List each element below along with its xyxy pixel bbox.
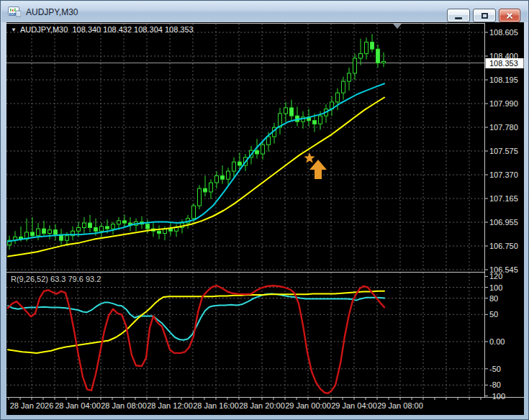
candle-body-bull [192,206,196,219]
candle-body-bull [112,224,115,229]
candle-body-bull [319,116,322,124]
candle-body-bear [146,224,150,229]
chart-window: AUDJPY,M30 108.605108.400108.195107.9901… [0,0,529,420]
candle-body-bull [261,145,265,154]
candle-body-bear [54,230,58,234]
candle-body-bear [31,232,35,236]
candle-body-bull [382,61,386,63]
indicator-axis-label: 0.00 [489,337,505,346]
time-axis-label: 29 Jan 04:00 [331,401,377,410]
price-axis-label: 106.955 [489,218,518,227]
price-axis-label: 107.165 [489,194,518,203]
restore-icon [481,13,488,19]
time-axis-label: 28 Jan 16:00 [193,401,239,410]
current-price-label: 108.353 [489,59,518,68]
chart-icon [8,6,21,17]
candle-body-bull [227,171,230,179]
time-axis-label: 28 Jan 20:00 [239,401,285,410]
indicator-axis-label: 120 [489,272,502,280]
indicator-red-line [8,286,384,393]
close-icon [505,12,514,20]
up-arrow-icon [309,160,327,179]
candle-body-bear [371,42,374,50]
candle-body-bull [198,188,202,206]
star-icon [304,152,315,163]
indicator-axis-label: -80 [489,380,501,389]
time-axis-label: 29 Jan 00:00 [285,401,331,410]
candle-body-bull [336,93,340,102]
candle-body-bear [204,188,207,192]
close-button[interactable] [499,9,520,22]
candle-body-bear [290,108,294,116]
price-axis-label: 108.605 [489,28,518,37]
candle-body-bear [376,49,380,63]
candle-body-bear [221,175,225,179]
price-axis-label: 107.575 [489,147,518,155]
chart-area[interactable]: 108.605108.400108.195107.990107.780107.5… [6,22,524,415]
candle-body-bear [158,231,161,233]
candle-body-bull [65,236,69,240]
candle-body-bull [37,229,40,236]
candle-body-bull [353,58,357,73]
title-bar[interactable]: AUDJPY,M30 [1,1,528,22]
candle-body-bull [365,42,369,54]
chart-canvas[interactable]: 108.605108.400108.195107.990107.780107.5… [6,22,524,415]
window-title: AUDJPY,M30 [26,7,78,17]
candle-body-bull [209,183,213,192]
candle-body-bull [48,230,52,234]
price-axis-label: 107.370 [489,170,518,179]
window-controls [447,9,520,22]
candle-body-bull [117,221,121,224]
price-axis-label: 107.990 [489,99,518,108]
minimize-icon [455,17,462,19]
price-axis-label: 107.780 [489,123,518,132]
candle-body-bull [232,162,236,171]
indicator-axis-label: 50 [489,310,498,319]
candle-body-bear [42,229,46,233]
candle-body-bull [359,54,363,58]
time-axis-label: 28 Jan 08:00 [101,401,147,410]
candle-body-bull [342,81,345,93]
ma-fast-line [8,83,384,241]
candle-body-bear [123,221,127,223]
indicator-cyan-line [8,294,384,340]
candle-body-bull [348,73,351,81]
candle-body-bear [94,228,98,232]
candle-body-bull [100,227,104,231]
candle-body-bear [169,229,173,231]
indicator-axis-label: -50 [489,365,501,373]
price-axis-label: 106.750 [489,242,518,250]
minimize-button[interactable] [447,9,470,22]
time-axis-label: 28 Jan 12:00 [147,401,193,410]
time-axis-label: 28 Jan 04:00 [55,401,101,410]
candle-body-bear [256,150,259,154]
candle-body-bear [106,227,109,229]
candle-body-bull [77,228,81,232]
ma-slow-line [8,98,384,257]
candle-body-bull [215,175,219,183]
candle-body-bear [313,121,317,124]
candle-body-bull [267,137,271,145]
indicator-axis-label: -100 [489,392,505,401]
candle-body-bear [238,162,242,165]
candle-body-bear [89,223,92,227]
price-axis-label: 108.195 [489,76,518,84]
candle-body-bull [284,108,288,114]
indicator-axis-label: 100 [489,283,502,292]
restore-button[interactable] [473,9,496,22]
time-axis-label: 29 Jan 08:00 [377,401,423,410]
indicator-axis-label: 80 [489,294,498,303]
candle-body-bull [175,228,178,232]
time-axis-label: 28 Jan 2026 [10,401,54,410]
candle-body-bull [83,223,86,227]
